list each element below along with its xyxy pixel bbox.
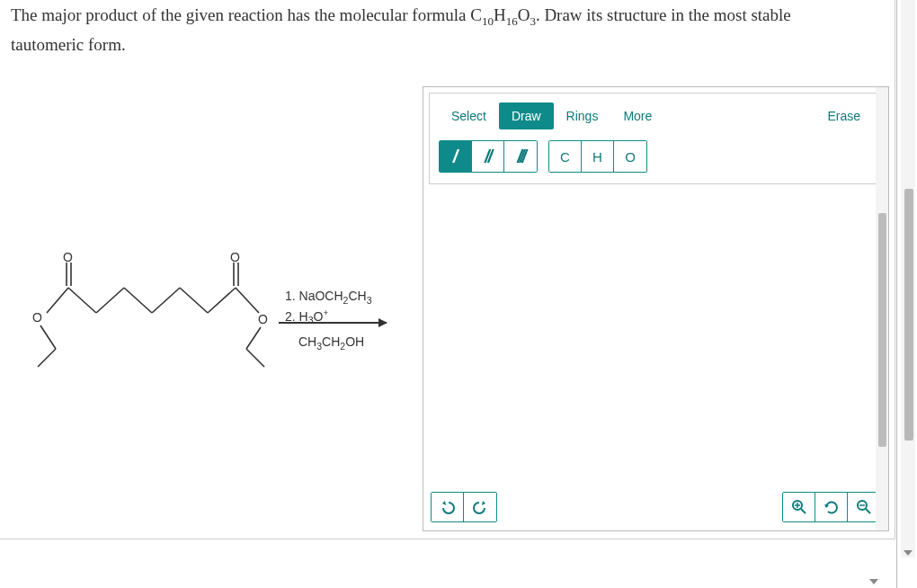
zoom-reset-button[interactable] [815,493,848,521]
bond-group: / // /// [439,140,538,173]
tab-select[interactable]: Select [439,102,499,129]
scroll-arrow-down-icon[interactable] [904,550,913,556]
zoom-out-icon [856,499,872,515]
reactant-structure: O O O O [11,252,280,396]
atom-h-button[interactable]: H [582,141,614,172]
svg-line-3 [47,288,68,313]
double-bond-button[interactable]: // [472,141,504,172]
reaction-scheme: O O O O [11,252,415,414]
svg-line-21 [801,509,806,513]
atom-group: C H O [548,140,647,173]
subscript: 16 [506,14,518,28]
page-scrollbar[interactable] [901,0,915,557]
page-scroll-thumb[interactable] [904,189,913,441]
zoom-in-icon [791,499,807,515]
question-part: The major product of the given reaction … [11,5,482,24]
svg-text:O: O [230,252,240,264]
question-part: O [518,5,530,24]
svg-line-5 [40,325,56,349]
question-part: H [494,5,506,24]
tab-rings[interactable]: Rings [554,102,611,129]
undo-icon [440,500,456,514]
editor-scrollbar[interactable] [876,87,888,530]
reagent-text: CH [348,289,366,303]
svg-text:O: O [258,312,268,326]
svg-line-11 [180,288,208,313]
zoom-group [782,492,881,522]
svg-line-16 [236,288,259,313]
svg-line-6 [38,349,56,367]
structure-editor: Select Draw Rings More Erase / // /// C [423,86,889,531]
tool-tabs: Select Draw Rings More Erase [439,102,873,129]
svg-line-25 [866,509,870,513]
atom-c-button[interactable]: C [549,141,582,172]
tab-draw[interactable]: Draw [499,102,554,129]
drawing-canvas[interactable] [429,186,883,487]
svg-text:O: O [63,252,73,264]
redo-icon [472,500,488,514]
question-panel: The major product of the given reaction … [0,0,895,539]
scroll-down-arrow-icon[interactable] [869,579,878,584]
editor-scroll-thumb[interactable] [878,213,886,447]
svg-text:O: O [32,310,42,325]
superscript: + [323,307,328,317]
tab-more[interactable]: More [610,102,664,129]
question-text: The major product of the given reaction … [0,0,895,58]
svg-line-9 [124,288,152,313]
reagent-text: 1. NaOCH [285,289,343,303]
svg-line-19 [246,349,264,367]
zoom-reset-icon [823,499,841,515]
zoom-in-button[interactable] [783,493,815,521]
history-group [431,492,497,522]
editor-toolbar: Select Draw Rings More Erase / // /// C [429,93,883,184]
subscript: 3 [367,295,372,306]
editor-bottom-bar [431,491,881,523]
byproduct-label: CH3CH2OH [298,334,364,352]
undo-button[interactable] [432,493,464,521]
atom-o-button[interactable]: O [614,141,646,172]
triple-bond-button[interactable]: /// [504,141,537,172]
svg-line-10 [152,288,180,313]
erase-button[interactable]: Erase [815,102,873,129]
svg-line-18 [246,327,261,349]
single-bond-button[interactable]: / [440,141,472,172]
reaction-arrow [279,322,387,324]
svg-line-7 [68,288,96,313]
svg-line-8 [96,288,124,313]
svg-line-12 [208,288,236,313]
subscript: 10 [482,14,494,28]
redo-button[interactable] [464,493,496,521]
